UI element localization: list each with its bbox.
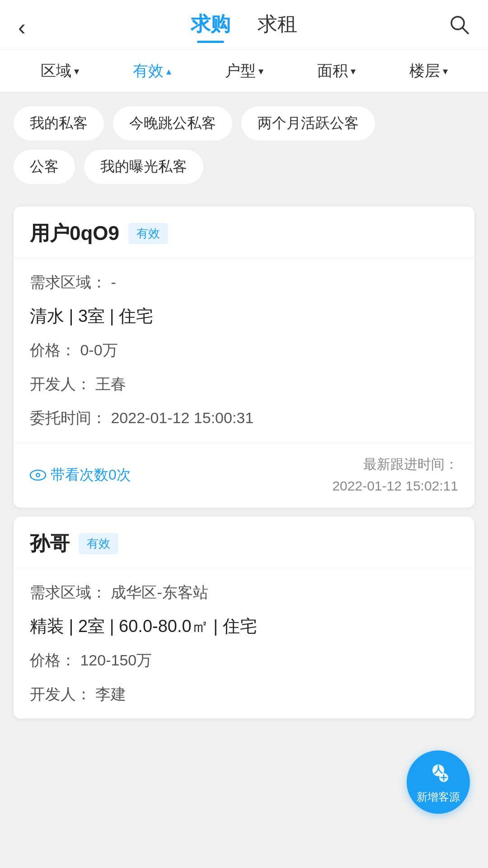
filter-floor[interactable]: 楼层 ▾ (382, 61, 474, 81)
filter-area[interactable]: 区域 ▾ (14, 61, 106, 81)
card1-commission-time-label: 委托时间： (30, 409, 107, 426)
card2-demand-area-label: 需求区域： (30, 584, 107, 601)
filter-layout-label: 户型 (225, 61, 256, 81)
eye-icon (30, 470, 46, 481)
tag-public[interactable]: 公客 (14, 150, 75, 184)
card2-developer-value: 李建 (95, 685, 126, 703)
card1-views[interactable]: 带看次数0次 (30, 465, 131, 485)
filter-floor-label: 楼层 (409, 61, 440, 81)
card1-price-value: 0-0万 (80, 341, 117, 359)
tab-buy[interactable]: 求购 (191, 11, 230, 43)
tag-section: 我的私客 今晚跳公私客 两个月活跃公客 公客 我的曝光私客 (0, 93, 488, 198)
card2-developer-label: 开发人： (30, 685, 91, 703)
card1-follow-time: 最新跟进时间： 2022-01-12 15:02:11 (332, 453, 458, 497)
card1-follow-time-label: 最新跟进时间： (363, 457, 458, 472)
tag-tonight-jump[interactable]: 今晚跳公私客 (113, 106, 232, 141)
filter-valid-arrow: ▴ (166, 66, 171, 77)
card1-demand-area: 需求区域： - (30, 271, 458, 294)
filter-size-label: 面积 (317, 61, 348, 81)
filter-size-arrow: ▾ (351, 66, 356, 77)
card1-developer: 开发人： 王春 (30, 373, 458, 396)
card1-views-label: 带看次数0次 (51, 465, 131, 485)
card2-status-badge: 有效 (79, 533, 118, 554)
card2-price-value: 120-150万 (80, 651, 152, 669)
card2-price-label: 价格： (30, 651, 76, 669)
header: ‹ 求购 求租 (0, 0, 488, 49)
tag-two-month-active[interactable]: 两个月活跃公客 (241, 106, 375, 141)
svg-line-1 (462, 28, 468, 33)
card1-header: 用户0qO9 有效 (14, 207, 474, 258)
card2-header: 孙哥 有效 (14, 517, 474, 568)
table-row: 用户0qO9 有效 需求区域： - 清水 | 3室 | 住宅 价格： 0-0万 … (14, 207, 474, 508)
tag-row-1: 我的私客 今晚跳公私客 两个月活跃公客 (14, 106, 474, 141)
fab-label: 新增客源 (417, 790, 460, 804)
card1-username: 用户0qO9 (30, 220, 119, 247)
filter-floor-arrow: ▾ (443, 66, 448, 77)
cards-section: 用户0qO9 有效 需求区域： - 清水 | 3室 | 住宅 价格： 0-0万 … (0, 198, 488, 728)
card1-follow-time-value: 2022-01-12 15:02:11 (332, 478, 458, 493)
card1-commission-time: 委托时间： 2022-01-12 15:00:31 (30, 406, 458, 429)
header-tabs: 求购 求租 (191, 11, 297, 43)
card1-demand-area-label: 需求区域： (30, 274, 107, 291)
card1-developer-label: 开发人： (30, 375, 91, 392)
card1-demand-area-value: - (111, 274, 116, 291)
tag-my-exposure[interactable]: 我的曝光私客 (84, 150, 203, 184)
tab-rent[interactable]: 求租 (258, 11, 297, 43)
search-icon[interactable] (448, 14, 470, 40)
card1-status-badge: 有效 (128, 223, 168, 244)
svg-point-4 (37, 474, 39, 476)
filter-valid-label: 有效 (133, 61, 164, 81)
tag-row-2: 公客 我的曝光私客 (14, 150, 474, 184)
filter-layout[interactable]: 户型 ▾ (198, 61, 290, 81)
filter-area-arrow: ▾ (74, 66, 79, 77)
card2-price: 价格： 120-150万 (30, 649, 458, 672)
filter-valid[interactable]: 有效 ▴ (106, 61, 198, 81)
filter-size[interactable]: 面积 ▾ (290, 61, 382, 81)
card1-body: 需求区域： - 清水 | 3室 | 住宅 价格： 0-0万 开发人： 王春 委托… (14, 258, 474, 443)
card2-username: 孙哥 (30, 530, 70, 557)
card1-price: 价格： 0-0万 (30, 339, 458, 362)
table-row: 孙哥 有效 需求区域： 成华区-东客站 精装 | 2室 | 60.0-80.0㎡… (14, 517, 474, 719)
add-customer-fab[interactable]: 人 新增客源 (407, 750, 470, 814)
card2-body: 需求区域： 成华区-东客站 精装 | 2室 | 60.0-80.0㎡ | 住宅 … (14, 568, 474, 719)
card1-property-info: 清水 | 3室 | 住宅 (30, 305, 458, 328)
card2-developer: 开发人： 李建 (30, 683, 458, 706)
card2-demand-area-value: 成华区-东客站 (111, 584, 208, 601)
back-button[interactable]: ‹ (18, 16, 26, 38)
fab-icon: 人 (427, 760, 450, 788)
filter-layout-arrow: ▾ (258, 66, 263, 77)
card1-commission-time-value: 2022-01-12 15:00:31 (111, 409, 253, 426)
card1-developer-value: 王春 (95, 375, 126, 392)
card2-property-info: 精装 | 2室 | 60.0-80.0㎡ | 住宅 (30, 615, 458, 638)
card2-demand-area: 需求区域： 成华区-东客站 (30, 581, 458, 604)
card1-price-label: 价格： (30, 341, 76, 359)
card1-footer: 带看次数0次 最新跟进时间： 2022-01-12 15:02:11 (14, 443, 474, 508)
tag-my-private[interactable]: 我的私客 (14, 106, 104, 141)
svg-text:人: 人 (433, 764, 443, 774)
filter-area-label: 区域 (41, 61, 71, 81)
filter-bar: 区域 ▾ 有效 ▴ 户型 ▾ 面积 ▾ 楼层 ▾ (0, 49, 488, 93)
